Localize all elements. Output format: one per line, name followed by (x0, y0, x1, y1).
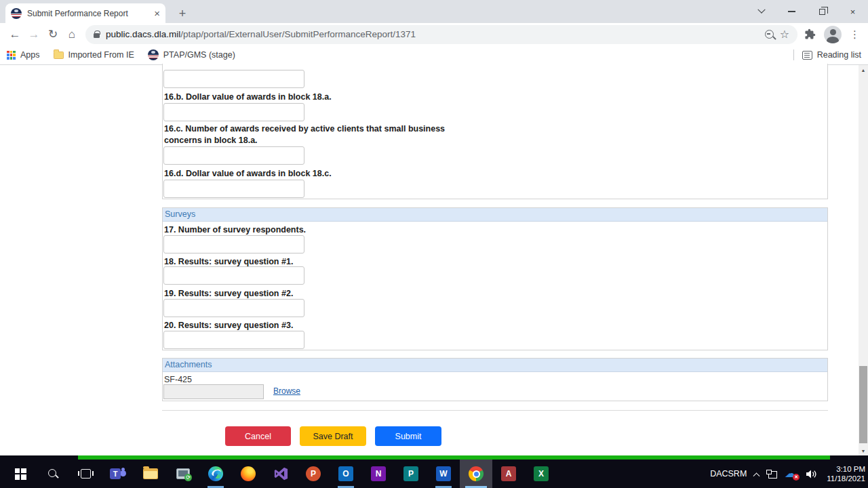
survey-q20-input[interactable] (163, 331, 304, 349)
close-button[interactable]: × (837, 0, 868, 23)
profile-avatar[interactable] (824, 26, 842, 43)
taskbar-icons: T P O N P W A X (4, 460, 557, 488)
new-tab-button[interactable]: + (174, 5, 191, 22)
taskbar-chrome[interactable] (460, 460, 492, 488)
site-favicon-icon (11, 8, 22, 19)
taskbar-access[interactable]: A (492, 460, 525, 488)
network-icon[interactable] (766, 470, 777, 479)
outlook-icon: O (338, 466, 353, 481)
minimize-button[interactable] (776, 0, 807, 23)
awards-field-b-input[interactable] (163, 103, 304, 121)
taskbar-publisher[interactable]: P (395, 460, 427, 488)
tab-close-icon[interactable]: × (154, 8, 160, 18)
sf425-file-input[interactable] (163, 384, 264, 399)
search-icon (47, 468, 58, 479)
bookmark-apps[interactable]: Apps (7, 50, 40, 60)
onedrive-error-icon[interactable]: ☁✕ (785, 468, 798, 479)
reading-list-label: Reading list (817, 50, 861, 60)
survey-q18-input[interactable] (163, 266, 304, 285)
chrome-icon (469, 466, 484, 481)
taskbar-remote-desktop[interactable] (167, 460, 199, 488)
tab-search-button[interactable] (746, 0, 776, 23)
minimize-icon (788, 11, 795, 12)
publisher-icon: P (403, 466, 418, 481)
lock-icon[interactable] (94, 33, 100, 38)
awards-field-d-label: 16.d. Dollar value of awards in block 18… (164, 168, 332, 180)
submit-button[interactable]: Submit (375, 426, 441, 446)
awards-field-c-label: 16.c. Number of awards received by activ… (164, 123, 483, 146)
reading-list-button[interactable]: Reading list (802, 50, 861, 60)
tray-chevron-up-icon[interactable] (753, 472, 760, 479)
taskbar-teams[interactable]: T (102, 460, 134, 488)
teams-icon: T (110, 467, 126, 481)
tray-clock[interactable]: 3:10 PM 11/18/2021 (827, 464, 865, 483)
forward-button[interactable]: → (24, 25, 43, 44)
chevron-down-icon (757, 6, 765, 14)
scrollbar-thumb[interactable] (859, 366, 867, 443)
taskbar-outlook[interactable]: O (330, 460, 362, 488)
bookmark-star-icon[interactable]: ☆ (780, 29, 789, 40)
toolbar-right: ⋮ (802, 26, 863, 43)
browser-tab[interactable]: Submit Performance Report × (5, 3, 165, 23)
url-domain: public.dacs.dla.mil (106, 29, 180, 39)
save-draft-button[interactable]: Save Draft (300, 426, 366, 446)
attachments-section: Attachments SF-425 Browse (162, 358, 828, 401)
scrollbar[interactable]: ▲ ▼ (859, 65, 868, 455)
taskbar-search-button[interactable] (37, 460, 69, 488)
taskbar-firefox[interactable] (232, 460, 264, 488)
task-view-icon (81, 469, 91, 479)
home-button[interactable]: ⌂ (62, 25, 81, 44)
restore-icon (819, 9, 825, 15)
bookmarks-bar-right: Reading list (793, 49, 861, 60)
taskbar-edge[interactable] (199, 460, 232, 488)
restore-button[interactable] (807, 0, 837, 23)
remote-desktop-icon (176, 468, 190, 479)
survey-q17-input[interactable] (163, 235, 304, 253)
tray-app-label[interactable]: DACSRM (710, 469, 747, 479)
surveys-section-header: Surveys (163, 208, 827, 222)
survey-q17-label: 17. Number of survey respondents. (164, 224, 306, 236)
taskbar-word[interactable]: W (427, 460, 460, 488)
tray-time: 3:10 PM (836, 465, 865, 473)
taskbar-powerpoint[interactable]: P (297, 460, 330, 488)
scroll-down-arrow[interactable]: ▼ (859, 446, 868, 455)
bookmarks-separator (793, 49, 794, 60)
surveys-section: Surveys 17. Number of survey respondents… (162, 207, 828, 350)
windows-taskbar: T P O N P W A X DACSRM ☁✕ 3:10 PM 11/18/… (0, 455, 868, 488)
back-button[interactable]: ← (5, 25, 24, 44)
extensions-puzzle-icon[interactable] (804, 28, 816, 40)
volume-icon[interactable] (806, 469, 817, 479)
task-view-button[interactable] (69, 460, 102, 488)
awards-field-c-input[interactable] (163, 146, 304, 165)
taskbar-excel[interactable]: X (525, 460, 557, 488)
bookmark-imported-folder[interactable]: Imported From IE (54, 50, 134, 60)
browse-link[interactable]: Browse (273, 386, 300, 396)
taskbar-visual-studio[interactable] (264, 460, 297, 488)
url-text[interactable]: public.dacs.dla.mil/ptap/portal/External… (106, 29, 759, 39)
zoom-out-indicator-icon[interactable] (765, 30, 774, 39)
start-button[interactable] (4, 460, 37, 488)
survey-q19-input[interactable] (163, 299, 304, 317)
address-bar[interactable]: public.dacs.dla.mil/ptap/portal/External… (85, 25, 797, 44)
taskbar-file-explorer[interactable] (134, 460, 167, 488)
tray-date: 11/18/2021 (827, 474, 865, 483)
awards-field-a-input[interactable] (163, 70, 304, 88)
edge-icon (208, 466, 223, 481)
awards-field-d-input[interactable] (163, 180, 304, 198)
ptap-favicon-icon (148, 49, 159, 60)
visual-studio-icon (273, 466, 288, 481)
browser-menu-icon[interactable]: ⋮ (850, 28, 860, 41)
bookmark-ptap[interactable]: PTAP/GMS (stage) (148, 49, 235, 60)
attachments-section-header: Attachments (163, 359, 827, 372)
bookmark-imported-label: Imported From IE (68, 50, 134, 60)
scroll-up-arrow[interactable]: ▲ (859, 65, 868, 75)
system-tray: DACSRM ☁✕ 3:10 PM 11/18/2021 (710, 460, 865, 488)
cancel-button[interactable]: Cancel (225, 426, 291, 446)
word-icon: W (436, 466, 451, 481)
onenote-icon: N (371, 466, 386, 481)
awards-field-b-label: 16.b. Dollar value of awards in block 18… (164, 92, 332, 103)
page-viewport: 16.b. Dollar value of awards in block 18… (0, 65, 868, 455)
reload-button[interactable]: ↻ (43, 25, 62, 44)
taskbar-onenote[interactable]: N (362, 460, 395, 488)
bookmark-apps-label: Apps (20, 50, 40, 60)
